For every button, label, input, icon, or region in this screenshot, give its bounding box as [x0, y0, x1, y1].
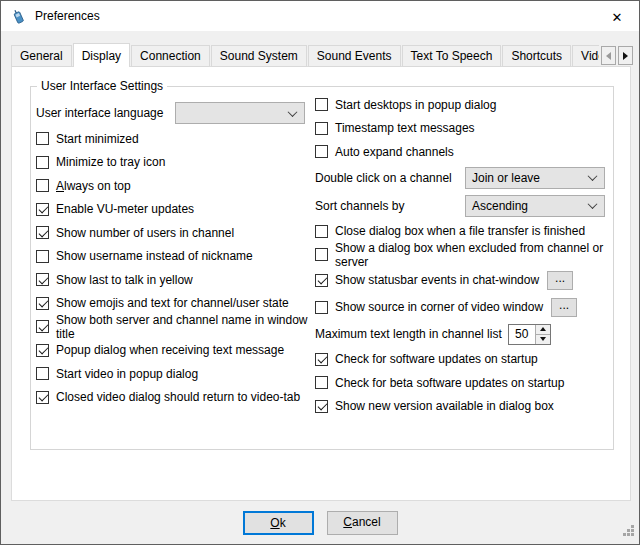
ok-button[interactable]: Ok — [243, 511, 314, 535]
tab-video[interactable]: Video — [572, 45, 599, 67]
tab-general[interactable]: General — [11, 45, 72, 67]
chevron-down-icon — [588, 199, 598, 209]
language-row: User interface language — [36, 99, 312, 127]
checkbox[interactable] — [36, 273, 49, 286]
cancel-button[interactable]: Cancel — [327, 511, 398, 535]
checkbox[interactable] — [36, 226, 49, 239]
checkbox[interactable] — [36, 156, 49, 169]
checkbox-label: Show emojis and text for channel/user st… — [56, 296, 289, 310]
option-row: Always on top — [36, 174, 312, 198]
tab-shortcuts[interactable]: Shortcuts — [502, 45, 571, 67]
left-checkbox-list: Start minimizedMinimize to tray iconAlwa… — [36, 127, 312, 409]
language-combobox[interactable] — [175, 102, 305, 124]
checkbox[interactable] — [36, 203, 49, 216]
tab-scroll-left-button[interactable] — [601, 46, 616, 65]
spinner-buttons — [535, 325, 550, 344]
triangle-left-icon — [606, 52, 611, 60]
user-interface-settings-group: User Interface Settings User interface l… — [30, 86, 614, 450]
checkbox[interactable] — [36, 391, 49, 404]
display-tab-page: User Interface Settings User interface l… — [11, 66, 631, 501]
option-row: Auto expand channels — [315, 140, 611, 164]
tab-sound-events[interactable]: Sound Events — [308, 45, 401, 67]
group-legend: User Interface Settings — [37, 79, 167, 93]
checkbox-label: Show new version available in dialog box — [335, 399, 554, 413]
language-label: User interface language — [36, 106, 175, 120]
checkbox[interactable] — [36, 320, 49, 333]
checkbox[interactable] — [315, 122, 328, 135]
close-icon[interactable]: ✕ — [608, 8, 626, 26]
checkbox[interactable] — [315, 274, 328, 287]
double-click-channel-combobox[interactable]: Join or leave — [465, 167, 605, 189]
chevron-down-icon — [288, 107, 298, 117]
option-row: Popup dialog when receiving text message — [36, 339, 312, 363]
checkbox-label: Show statusbar events in chat-window — [335, 273, 539, 287]
checkbox[interactable] — [36, 297, 49, 310]
option-row: Start video in popup dialog — [36, 362, 312, 386]
checkbox-label: Show both server and channel name in win… — [56, 313, 312, 341]
checkbox[interactable] — [36, 367, 49, 380]
checkbox[interactable] — [315, 225, 328, 238]
checkbox[interactable] — [36, 250, 49, 263]
statusbar-events-browse-button[interactable]: ... — [547, 271, 573, 290]
option-row: Start minimized — [36, 127, 312, 151]
sort-channels-by-combobox[interactable]: Ascending — [465, 195, 605, 217]
checkbox-label: Show number of users in channel — [56, 226, 234, 240]
option-row: Close dialog box when a file transfer is… — [315, 220, 611, 244]
preferences-dialog: Preferences ✕ GeneralDisplayConnectionSo… — [0, 0, 640, 545]
video-source-corner-browse-button[interactable]: ... — [551, 298, 577, 317]
checkbox-label: Always on top — [56, 179, 131, 193]
checkbox-label: Show source in corner of video window — [335, 300, 543, 314]
checkbox[interactable] — [315, 353, 328, 366]
dialog-footer: Ok Cancel — [1, 511, 639, 538]
app-icon — [10, 8, 27, 25]
combo-value: Join or leave — [472, 171, 540, 185]
tab-scroll-right-button[interactable] — [618, 46, 633, 65]
checkbox-label: Start desktops in popup dialog — [335, 98, 496, 112]
title-bar: Preferences ✕ — [1, 1, 639, 31]
tab-display[interactable]: Display — [73, 43, 130, 67]
tab-connection[interactable]: Connection — [131, 45, 210, 67]
checkbox[interactable] — [315, 376, 328, 389]
checkbox[interactable] — [36, 179, 49, 192]
max-text-length-spinbox[interactable]: 50 — [508, 324, 551, 345]
checkbox-label: Check for software updates on startup — [335, 352, 538, 366]
checkbox[interactable] — [315, 301, 328, 314]
checkbox-label: Show last to talk in yellow — [56, 273, 193, 287]
checkbox[interactable] — [315, 400, 328, 413]
checkbox[interactable] — [36, 344, 49, 357]
option-row: Check for software updates on startup — [315, 348, 611, 372]
option-row: Show emojis and text for channel/user st… — [36, 292, 312, 316]
triangle-down-icon — [540, 337, 546, 341]
option-row: Minimize to tray icon — [36, 151, 312, 175]
checkbox-label: Enable VU-meter updates — [56, 202, 194, 216]
tab-scroll-buttons — [601, 46, 633, 65]
option-row: Show statusbar events in chat-window... — [315, 267, 611, 294]
checkbox[interactable] — [315, 248, 328, 261]
spin-value: 50 — [509, 325, 535, 344]
checkbox[interactable] — [315, 98, 328, 111]
tab-text-to-speech[interactable]: Text To Speech — [402, 45, 502, 67]
option-row: Check for beta software updates on start… — [315, 371, 611, 395]
checkbox-label: Minimize to tray icon — [56, 155, 165, 169]
right-settings-column: Start desktops in popup dialogTimestamp … — [315, 93, 611, 418]
triangle-up-icon — [540, 327, 546, 331]
spin-down-button[interactable] — [536, 335, 550, 344]
checkbox[interactable] — [315, 145, 328, 158]
chevron-down-icon — [588, 171, 598, 181]
combo-label: Double click on a channel — [315, 171, 465, 185]
option-row: Start desktops in popup dialog — [315, 93, 611, 117]
window-title: Preferences — [35, 9, 100, 23]
option-row: Show number of users in channel — [36, 221, 312, 245]
tab-sound-system[interactable]: Sound System — [211, 45, 307, 67]
left-settings-column: User interface language Start minimizedM… — [36, 99, 312, 409]
triangle-right-icon — [623, 52, 628, 60]
spin-row: Maximum text length in channel list50 — [315, 321, 611, 348]
spin-up-button[interactable] — [536, 325, 550, 335]
resize-grip[interactable] — [621, 523, 635, 540]
option-row: Timestamp text messages — [315, 117, 611, 141]
checkbox-label: Close dialog box when a file transfer is… — [335, 224, 585, 238]
tab-bar: GeneralDisplayConnectionSound SystemSoun… — [11, 43, 599, 67]
checkbox[interactable] — [36, 132, 49, 145]
option-row: Show last to talk in yellow — [36, 268, 312, 292]
checkbox-label: Timestamp text messages — [335, 121, 475, 135]
